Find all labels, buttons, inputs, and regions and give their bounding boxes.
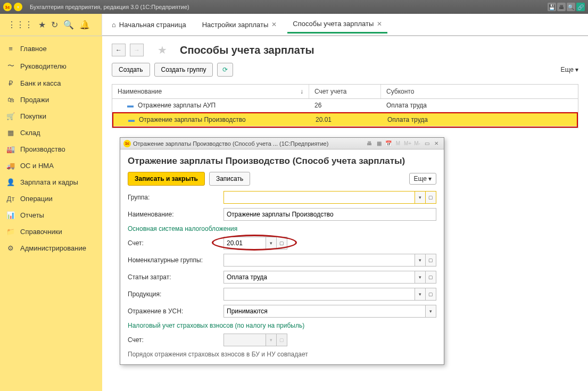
calc-icon[interactable]: ▦	[375, 139, 383, 148]
chevron-down-icon: ▾	[575, 66, 578, 73]
menu-icon: ≡	[6, 45, 15, 53]
cell-account: 26	[309, 99, 381, 112]
link-icon[interactable]: 🔗	[576, 3, 585, 11]
sidebar-item-label: Главное	[20, 45, 47, 53]
print-icon[interactable]: 🖶	[365, 139, 374, 148]
close-icon[interactable]: ✕	[377, 20, 382, 28]
dropdown-icon[interactable]: ▾	[415, 271, 426, 284]
more-button[interactable]: Еще ▾	[409, 173, 436, 185]
modal-window-title: Отражение зарплаты Производство (Способ …	[133, 140, 328, 147]
history-icon[interactable]: ↻	[51, 20, 58, 30]
table-row-selected[interactable]: ▬Отражение зарплаты Производство 20.01 О…	[113, 113, 577, 127]
ruble-icon: ₽	[6, 79, 15, 87]
cell-name: Отражение зарплаты АУП	[138, 102, 216, 109]
open-icon[interactable]: ▢	[277, 237, 287, 249]
close-icon[interactable]: ✕	[432, 139, 441, 148]
dropdown-icon[interactable]: ▾	[415, 191, 426, 204]
section-tax-insurance: Налоговый учет страховых взносов (по нал…	[128, 322, 436, 329]
usn-input[interactable]	[223, 305, 426, 318]
m-plus-icon[interactable]: M+	[403, 139, 412, 148]
apps-icon[interactable]: ⋮⋮⋮	[7, 20, 33, 30]
m-minus-icon[interactable]: M-	[413, 139, 421, 148]
person-icon: 👤	[6, 178, 15, 186]
dropdown-icon[interactable]: ▾	[14, 3, 22, 11]
print-icon[interactable]: 🖶	[557, 3, 566, 11]
create-button[interactable]: Создать	[112, 63, 150, 77]
bag-icon: 🛍	[6, 96, 15, 104]
nomgroups-input[interactable]	[223, 254, 415, 267]
more-label: Еще	[414, 175, 427, 182]
cost-input[interactable]	[223, 271, 415, 284]
logo-1c-icon: 1c	[123, 140, 131, 147]
sidebar-item-label: Продажи	[20, 96, 49, 104]
tabs-row: ⌂ Начальная страница Настройки зарплаты …	[102, 14, 588, 36]
col-header-name[interactable]: Наименование↓	[112, 85, 309, 98]
m-icon[interactable]: M	[394, 139, 402, 148]
dropdown-icon[interactable]: ▾	[266, 237, 277, 249]
factory-icon: 🏭	[6, 145, 15, 153]
truck-icon: 🚚	[6, 162, 15, 170]
sidebar-item-label: ОС и НМА	[20, 162, 54, 170]
sidebar-item-label: Операции	[20, 195, 53, 203]
tab-home[interactable]: ⌂ Начальная страница	[106, 21, 192, 29]
account2-label: Счет:	[128, 336, 223, 344]
forward-button[interactable]: →	[130, 44, 144, 56]
sidebar-item-label: Зарплата и кадры	[20, 178, 78, 186]
tab-home-label: Начальная страница	[119, 21, 186, 29]
nomgroups-label: Номенклатурные группы:	[128, 256, 223, 264]
minimize-icon[interactable]: ▭	[423, 139, 431, 148]
dropdown-icon[interactable]: ▾	[426, 305, 436, 318]
table-row[interactable]: ▬Отражение зарплаты АУП 26 Оплата труда	[112, 99, 578, 112]
chevron-down-icon: ▾	[428, 175, 432, 182]
open-icon[interactable]: ▢	[426, 191, 436, 204]
sidebar-item-production[interactable]: 🏭Производство	[0, 141, 102, 157]
col-header-subconto[interactable]: Субконто	[381, 85, 578, 98]
close-icon[interactable]: ✕	[271, 21, 277, 28]
search-icon[interactable]: 🔍	[567, 3, 575, 11]
star-icon[interactable]: ★	[38, 20, 46, 30]
dropdown-icon[interactable]: ▾	[415, 254, 426, 267]
sidebar-item-label: Банк и касса	[20, 79, 61, 87]
sidebar-item-warehouse[interactable]: ▦Склад	[0, 124, 102, 141]
sidebar-item-operations[interactable]: ДтОперации	[0, 190, 102, 207]
sidebar-item-purchases[interactable]: 🛒Покупки	[0, 108, 102, 124]
more-button[interactable]: Еще▾	[561, 63, 578, 77]
window-title-bar: 1c ▾ Бухгалтерия предприятия, редакция 3…	[0, 0, 588, 14]
account-input[interactable]	[223, 237, 266, 249]
create-group-button[interactable]: Создать группу	[154, 63, 213, 77]
sidebar-item-sales[interactable]: 🛍Продажи	[0, 91, 102, 108]
back-button[interactable]: ←	[112, 44, 126, 56]
open-icon[interactable]: ▢	[426, 271, 436, 284]
name-label: Наименование:	[128, 211, 223, 218]
col-header-account[interactable]: Счет учета	[309, 85, 381, 98]
product-input[interactable]	[223, 288, 415, 301]
tab-payroll-methods[interactable]: Способы учета зарплаты ✕	[287, 15, 387, 34]
open-icon[interactable]: ▢	[426, 254, 436, 267]
bell-icon[interactable]: 🔔	[79, 20, 90, 30]
save-button[interactable]: Записать	[209, 172, 250, 186]
sidebar-item-manager[interactable]: 〜Руководителю	[0, 57, 102, 75]
save-close-button[interactable]: Записать и закрыть	[128, 172, 205, 186]
sidebar-item-bank[interactable]: ₽Банк и касса	[0, 75, 102, 91]
refresh-icon[interactable]: ⟳	[217, 63, 233, 77]
top-row: ⋮⋮⋮ ★ ↻ 🔍 🔔 ⌂ Начальная страница Настрой…	[0, 14, 588, 36]
item-icon: ▬	[128, 116, 135, 123]
save-icon[interactable]: 💾	[548, 3, 556, 11]
tab-payroll-settings[interactable]: Настройки зарплаты ✕	[197, 16, 283, 33]
sidebar-item-reports[interactable]: 📊Отчеты	[0, 207, 102, 223]
group-input[interactable]	[223, 191, 415, 204]
modal-dialog: 1c Отражение зарплаты Производство (Спос…	[120, 137, 444, 365]
sidebar-item-payroll[interactable]: 👤Зарплата и кадры	[0, 174, 102, 190]
sidebar: ≡Главное 〜Руководителю ₽Банк и касса 🛍Пр…	[0, 36, 102, 391]
sidebar-item-directories[interactable]: 📁Справочники	[0, 223, 102, 240]
open-icon[interactable]: ▢	[426, 288, 436, 301]
product-label: Продукция:	[128, 290, 223, 298]
sidebar-item-assets[interactable]: 🚚ОС и НМА	[0, 157, 102, 174]
dropdown-icon[interactable]: ▾	[415, 288, 426, 301]
search-icon[interactable]: 🔍	[63, 20, 74, 30]
name-input[interactable]	[223, 208, 436, 221]
sidebar-item-admin[interactable]: ⚙Администрирование	[0, 240, 102, 256]
favorite-icon[interactable]: ★	[158, 44, 167, 56]
calendar-icon[interactable]: 📅	[384, 139, 393, 148]
sidebar-item-main[interactable]: ≡Главное	[0, 40, 102, 57]
